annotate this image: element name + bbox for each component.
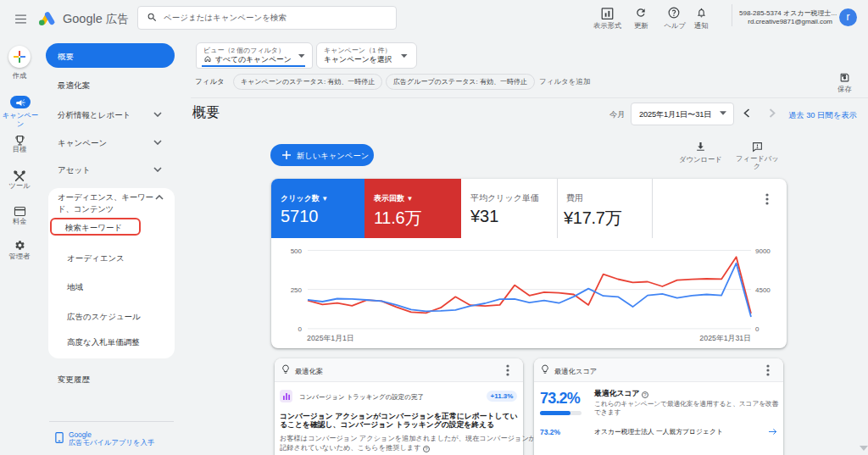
svg-text:2025年1月31日: 2025年1月31日 xyxy=(699,334,751,342)
svg-text:250: 250 xyxy=(291,286,303,294)
svg-text:500: 500 xyxy=(291,247,303,255)
svg-text:4500: 4500 xyxy=(755,286,771,294)
svg-text:9000: 9000 xyxy=(755,247,771,255)
svg-text:2025年1月1日: 2025年1月1日 xyxy=(307,334,354,342)
svg-text:0: 0 xyxy=(298,325,303,333)
svg-text:0: 0 xyxy=(755,325,760,333)
